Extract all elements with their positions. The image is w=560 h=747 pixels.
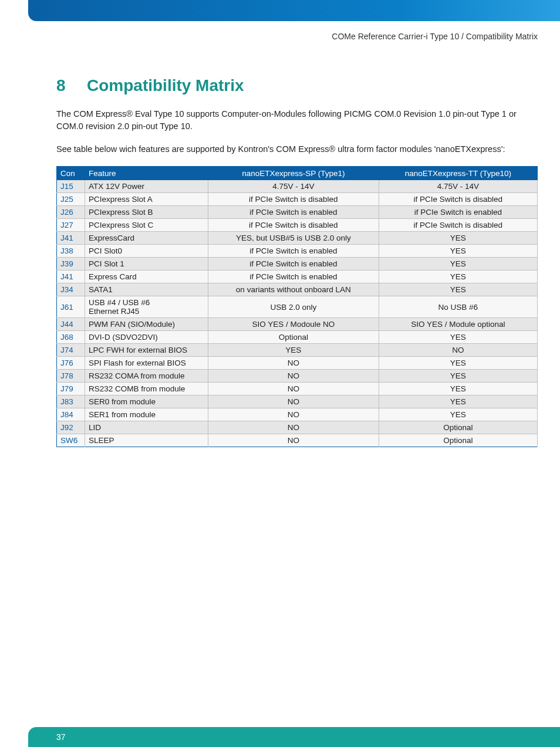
- table-row: J61USB #4 / USB #6Ethernet RJ45USB 2.0 o…: [57, 296, 538, 318]
- table-row: J68DVI-D (SDVO2DVI)OptionalYES: [57, 331, 538, 344]
- table-row: J26PCIexpress Slot Bif PCIe Switch is en…: [57, 206, 538, 219]
- table-row: J41ExpressCardYES, but USB#5 is USB 2.0 …: [57, 232, 538, 245]
- table-row: J27PCIexpress Slot Cif PCIe Switch is di…: [57, 219, 538, 232]
- col-header-tt: nanoETXexpress-TT (Type10): [379, 167, 537, 181]
- cell-tt: YES: [379, 258, 537, 271]
- cell-tt: YES: [379, 396, 537, 408]
- table-row: J44PWM FAN (SIO/Module)SIO YES / Modoule…: [57, 318, 538, 331]
- cell-sp: on variants without onboard LAN: [208, 283, 379, 296]
- cell-con: J92: [57, 421, 85, 434]
- cell-tt: NO: [379, 344, 537, 357]
- cell-feature: PCIexpress Slot C: [85, 219, 208, 232]
- cell-con: J15: [57, 180, 85, 193]
- cell-feature: SER0 from module: [85, 396, 208, 408]
- table-row: J83SER0 from moduleNOYES: [57, 396, 538, 408]
- cell-con: J41: [57, 271, 85, 283]
- cell-con: J68: [57, 331, 85, 344]
- cell-feature: SPI Flash for external BIOS: [85, 357, 208, 370]
- table-row: J84SER1 from moduleNOYES: [57, 408, 538, 421]
- cell-sp: NO: [208, 421, 379, 434]
- table-row: J39PCI Slot 1if PCIe Switch is enabledYE…: [57, 258, 538, 271]
- cell-con: J76: [57, 357, 85, 370]
- cell-feature: PCI Slot0: [85, 245, 208, 258]
- cell-con: J44: [57, 318, 85, 331]
- table-row: J79RS232 COMB from moduleNOYES: [57, 383, 538, 396]
- cell-tt: Optional: [379, 434, 537, 447]
- cell-feature: ATX 12V Power: [85, 180, 208, 193]
- cell-feature: DVI-D (SDVO2DVI): [85, 331, 208, 344]
- table-row: J92LIDNOOptional: [57, 421, 538, 434]
- cell-feature: PWM FAN (SIO/Module): [85, 318, 208, 331]
- cell-feature: LPC FWH for external BIOS: [85, 344, 208, 357]
- cell-con: J74: [57, 344, 85, 357]
- page-footer: 37: [28, 727, 560, 747]
- table-row: SW6SLEEPNOOptional: [57, 434, 538, 447]
- table-row: J74LPC FWH for external BIOSYESNO: [57, 344, 538, 357]
- cell-tt: if PCIe Switch is disabled: [379, 193, 537, 206]
- table-row: J41Express Cardif PCIe Switch is enabled…: [57, 271, 538, 283]
- cell-tt: YES: [379, 357, 537, 370]
- cell-sp: 4.75V - 14V: [208, 180, 379, 193]
- cell-sp: if PCIe Switch is enabled: [208, 258, 379, 271]
- cell-tt: if PCIe Switch is enabled: [379, 206, 537, 219]
- cell-sp: USB 2.0 only: [208, 296, 379, 318]
- cell-con: J27: [57, 219, 85, 232]
- cell-tt: Optional: [379, 421, 537, 434]
- section-title-text: Compatibility Matrix: [87, 76, 244, 94]
- cell-sp: if PCIe Switch is disabled: [208, 193, 379, 206]
- cell-tt: YES: [379, 331, 537, 344]
- cell-tt: YES: [379, 245, 537, 258]
- cell-con: J25: [57, 193, 85, 206]
- cell-con: J41: [57, 232, 85, 245]
- cell-con: J78: [57, 370, 85, 383]
- cell-sp: SIO YES / Modoule NO: [208, 318, 379, 331]
- cell-feature: PCIexpress Slot B: [85, 206, 208, 219]
- cell-con: J61: [57, 296, 85, 318]
- table-row: J38PCI Slot0if PCIe Switch is enabledYES: [57, 245, 538, 258]
- cell-feature: PCI Slot 1: [85, 258, 208, 271]
- cell-sp: NO: [208, 383, 379, 396]
- top-accent-bar: [28, 0, 560, 21]
- breadcrumb: COMe Reference Carrier-i Type 10 / Compa…: [332, 32, 538, 41]
- table-row: J78RS232 COMA from moduleNOYES: [57, 370, 538, 383]
- page-content: 8Compatibility Matrix The COM Express® E…: [56, 76, 538, 447]
- col-header-feature: Feature: [85, 167, 208, 181]
- section-heading: 8Compatibility Matrix: [56, 76, 538, 95]
- table-row: J76SPI Flash for external BIOSNOYES: [57, 357, 538, 370]
- cell-tt: No USB #6: [379, 296, 537, 318]
- cell-tt: 4.75V - 14V: [379, 180, 537, 193]
- cell-sp: if PCIe Switch is disabled: [208, 219, 379, 232]
- cell-feature: SATA1: [85, 283, 208, 296]
- table-header-row: Con Feature nanoETXexpress-SP (Type1) na…: [57, 167, 538, 181]
- cell-feature: SER1 from module: [85, 408, 208, 421]
- page-number: 37: [56, 732, 66, 742]
- cell-con: J34: [57, 283, 85, 296]
- cell-feature: Express Card: [85, 271, 208, 283]
- cell-feature: PCIexpress Slot A: [85, 193, 208, 206]
- cell-con: J79: [57, 383, 85, 396]
- cell-tt: YES: [379, 370, 537, 383]
- cell-feature: RS232 COMB from module: [85, 383, 208, 396]
- cell-con: SW6: [57, 434, 85, 447]
- cell-sp: NO: [208, 370, 379, 383]
- cell-sp: NO: [208, 357, 379, 370]
- cell-con: J84: [57, 408, 85, 421]
- compatibility-table: Con Feature nanoETXexpress-SP (Type1) na…: [56, 166, 538, 447]
- col-header-sp: nanoETXexpress-SP (Type1): [208, 167, 379, 181]
- section-number: 8: [56, 76, 87, 95]
- cell-tt: YES: [379, 408, 537, 421]
- table-row: J34SATA1on variants without onboard LANY…: [57, 283, 538, 296]
- cell-tt: if PCIe Switch is disabled: [379, 219, 537, 232]
- cell-feature: LID: [85, 421, 208, 434]
- cell-con: J83: [57, 396, 85, 408]
- table-row: J25PCIexpress Slot Aif PCIe Switch is di…: [57, 193, 538, 206]
- cell-sp: if PCIe Switch is enabled: [208, 271, 379, 283]
- cell-sp: Optional: [208, 331, 379, 344]
- cell-sp: NO: [208, 408, 379, 421]
- cell-feature: USB #4 / USB #6Ethernet RJ45: [85, 296, 208, 318]
- intro-paragraph-2: See table below wich features are suppor…: [56, 143, 538, 156]
- cell-tt: YES: [379, 271, 537, 283]
- cell-sp: if PCIe Switch is enabled: [208, 206, 379, 219]
- cell-con: J39: [57, 258, 85, 271]
- cell-sp: YES, but USB#5 is USB 2.0 only: [208, 232, 379, 245]
